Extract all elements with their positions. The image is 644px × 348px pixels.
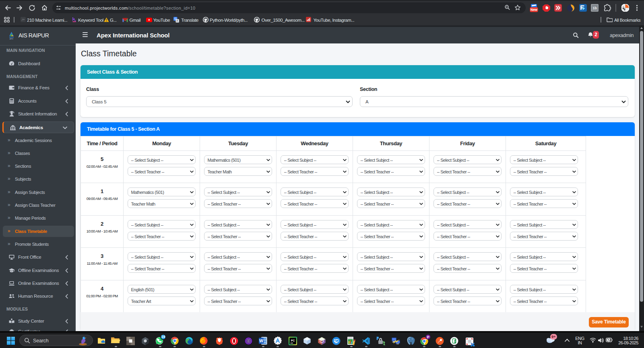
svg-text:A: A xyxy=(176,19,178,22)
svg-text:PC: PC xyxy=(291,339,295,342)
svg-text:APEX: APEX xyxy=(10,38,14,39)
svg-text:New: New xyxy=(530,8,538,12)
svg-text:W: W xyxy=(259,338,263,343)
svg-text:1b: 1b xyxy=(592,6,597,10)
